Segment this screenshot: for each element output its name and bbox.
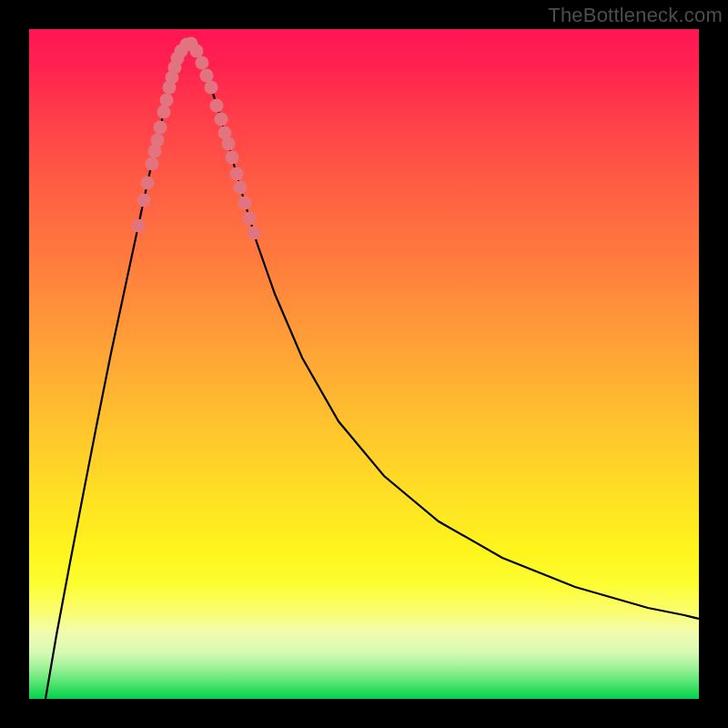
data-marker bbox=[200, 69, 214, 83]
data-marker bbox=[141, 177, 155, 190]
data-marker bbox=[222, 137, 236, 151]
data-marker bbox=[205, 81, 218, 95]
bottleneck-curve bbox=[46, 44, 699, 699]
data-marker bbox=[230, 167, 244, 181]
data-marker bbox=[146, 157, 159, 171]
watermark-text: TheBottleneck.com bbox=[548, 4, 723, 27]
data-marker bbox=[132, 219, 146, 233]
chart-frame bbox=[29, 29, 699, 699]
data-marker bbox=[151, 134, 165, 147]
chart-svg bbox=[29, 29, 699, 699]
data-marker bbox=[137, 194, 151, 207]
data-marker bbox=[154, 121, 167, 135]
data-marker bbox=[243, 212, 257, 226]
data-marker bbox=[160, 94, 174, 107]
data-marker bbox=[226, 151, 239, 165]
data-marker bbox=[238, 197, 252, 210]
data-marker bbox=[157, 106, 171, 119]
curve-group bbox=[46, 44, 699, 699]
data-marker bbox=[215, 113, 228, 126]
data-marker bbox=[196, 56, 209, 70]
marker-group bbox=[132, 37, 261, 240]
data-marker bbox=[248, 227, 261, 240]
data-marker bbox=[190, 45, 204, 58]
data-marker bbox=[210, 99, 224, 113]
data-marker bbox=[234, 181, 248, 195]
